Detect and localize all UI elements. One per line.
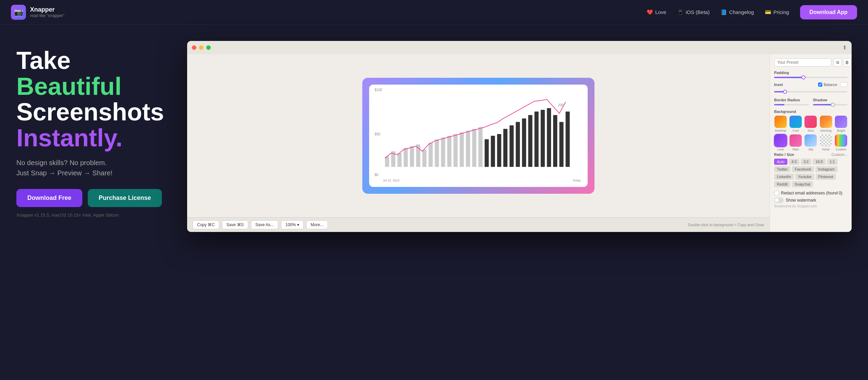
nav-link-pricing[interactable]: 💳 Pricing — [765, 9, 789, 15]
shadow-slider[interactable] — [813, 104, 848, 105]
watermark-toggle[interactable] — [774, 198, 784, 203]
border-radius-label: Border Radius — [774, 98, 809, 102]
bg-swatch-rain[interactable] — [789, 134, 802, 147]
sidebar: ⧉ 🗑 Padding Inset — [770, 54, 852, 232]
inset-slider[interactable] — [774, 91, 848, 92]
balance-checkbox[interactable] — [818, 83, 822, 87]
bg-swatch-morning[interactable] — [820, 116, 832, 128]
nav-link-ios[interactable]: 📱 iOS (Beta) — [677, 9, 710, 15]
border-radius-slider[interactable] — [774, 104, 809, 105]
svg-rect-17 — [491, 136, 495, 167]
border-shadow-row: Border Radius Shadow — [774, 97, 848, 105]
hero-line1: Take — [16, 48, 173, 74]
screenshot-background: $100 $50 $0 — [362, 78, 594, 194]
ratio-chips: Auto 4:3 3:2 16:9 1:1 Twitter Facebook I… — [774, 159, 848, 187]
svg-rect-9 — [441, 137, 445, 167]
hero-line3: Screenshots — [16, 99, 173, 125]
toolbar-hint: Double-click to background = Copy and Cl… — [688, 223, 765, 227]
svg-rect-2 — [397, 153, 402, 167]
ratio-chip-linkedin[interactable]: LinkedIn — [774, 174, 794, 180]
inset-label: Inset — [774, 83, 815, 87]
bg-item-love: Love — [774, 134, 787, 151]
traffic-light-yellow[interactable] — [199, 45, 204, 50]
ratio-chip-auto[interactable]: Auto — [774, 159, 787, 165]
preset-copy-btn[interactable]: ⧉ — [834, 58, 842, 67]
balance-swatch — [840, 82, 848, 87]
svg-rect-12 — [460, 132, 464, 167]
nav-link-changelog[interactable]: 📘 Changelog — [720, 9, 754, 15]
bg-label-rain: Rain — [793, 148, 799, 151]
preset-delete-btn[interactable]: 🗑 — [843, 58, 851, 67]
nav-link-love[interactable]: ❤️ Love — [647, 9, 667, 15]
ratio-label: Ratio / Size — [774, 152, 794, 157]
bg-swatch-nice[interactable] — [804, 116, 817, 128]
ratio-custom-button[interactable]: Custom... — [831, 152, 848, 157]
svg-rect-24 — [534, 112, 538, 167]
hero-line4: Instantly. — [16, 125, 173, 151]
svg-rect-21 — [516, 122, 520, 167]
purchase-license-button[interactable]: Purchase License — [88, 189, 162, 207]
hero-sub1: No design skills? No problem. — [16, 158, 173, 168]
logo[interactable]: 📷 Xnapper read like "snapper" — [11, 5, 65, 20]
bg-swatch-cool[interactable] — [789, 116, 802, 128]
hero-sub: No design skills? No problem. Just Snap … — [16, 158, 173, 178]
ratio-chip-16-9[interactable]: 16:9 — [813, 159, 825, 165]
bg-item-custom: Custom — [835, 134, 848, 151]
zoom-button[interactable]: 100% ▾ — [281, 220, 304, 229]
svg-rect-8 — [435, 139, 439, 167]
redact-checkbox[interactable] — [774, 191, 779, 195]
bg-item-cool: Cool — [789, 116, 802, 132]
bg-item-desktop: Desktop — [774, 116, 787, 132]
svg-rect-20 — [509, 126, 514, 167]
svg-rect-3 — [404, 148, 408, 167]
ratio-chip-twitter[interactable]: Twitter — [774, 166, 790, 172]
padding-slider[interactable] — [774, 77, 848, 78]
bg-swatch-love[interactable] — [774, 134, 787, 147]
ratio-chip-4-3[interactable]: 4:3 — [789, 159, 799, 165]
bg-swatch-desktop[interactable] — [774, 116, 787, 128]
shadow-label: Shadow — [813, 98, 848, 102]
ratio-chip-youtube[interactable]: Youtube — [795, 174, 814, 180]
chart-label-100: $100 — [375, 88, 382, 92]
logo-icon: 📷 — [11, 5, 26, 20]
ratio-chip-snapchat[interactable]: Snapchat — [792, 181, 813, 187]
share-icon[interactable]: ⬆ — [842, 44, 847, 51]
window-titlebar: ⬆ — [187, 41, 852, 54]
svg-rect-15 — [478, 127, 482, 167]
bg-item-nice: Nice — [804, 116, 817, 132]
bg-swatch-custom[interactable] — [835, 134, 847, 147]
ratio-chip-facebook[interactable]: Facebook — [792, 166, 814, 172]
save-as-button[interactable]: Save As... — [251, 220, 278, 229]
nav-download-button[interactable]: Download App — [800, 5, 857, 19]
more-button[interactable]: More... — [306, 220, 328, 229]
bg-swatch-bright[interactable] — [835, 116, 847, 128]
hero-buttons: Download Free Purchase License — [16, 189, 173, 207]
svg-rect-28 — [559, 122, 563, 167]
bg-swatch-none[interactable] — [820, 134, 832, 147]
app-window: ⬆ $100 $50 $0 — [187, 41, 852, 232]
chart-container: $100 $50 $0 — [369, 85, 588, 187]
download-free-button[interactable]: Download Free — [16, 189, 82, 207]
preset-input[interactable] — [774, 58, 831, 67]
balance-check: Balance — [818, 83, 837, 87]
bg-label-desktop: Desktop — [775, 129, 786, 132]
traffic-light-red[interactable] — [192, 45, 196, 50]
traffic-light-green[interactable] — [206, 45, 211, 50]
redact-label: Redact email addresses (found 0) — [781, 191, 842, 195]
ratio-chip-pinterest[interactable]: Pinterest — [816, 174, 836, 180]
save-button[interactable]: Save ⌘S — [222, 220, 248, 229]
svg-rect-7 — [429, 143, 433, 167]
bg-item-rain: Rain — [789, 134, 802, 151]
copy-button[interactable]: Copy ⌘C — [193, 220, 219, 229]
ratio-chip-reddit[interactable]: Reddit — [774, 181, 790, 187]
ratio-chip-instagram[interactable]: Instagram — [815, 166, 838, 172]
hero-sub2: Just Snap → Preview → Share! — [16, 168, 173, 178]
ratio-chip-1-1[interactable]: 1:1 — [827, 159, 838, 165]
navbar: 📷 Xnapper read like "snapper" ❤️ Love 📱 … — [0, 0, 868, 25]
hero-text: Take Beautiful Screenshots Instantly. No… — [16, 41, 173, 218]
background-label: Background — [774, 109, 848, 114]
bg-swatch-sky[interactable] — [804, 134, 817, 147]
svg-rect-18 — [497, 134, 501, 167]
ratio-chip-3-2[interactable]: 3:2 — [801, 159, 811, 165]
svg-rect-23 — [528, 115, 532, 167]
